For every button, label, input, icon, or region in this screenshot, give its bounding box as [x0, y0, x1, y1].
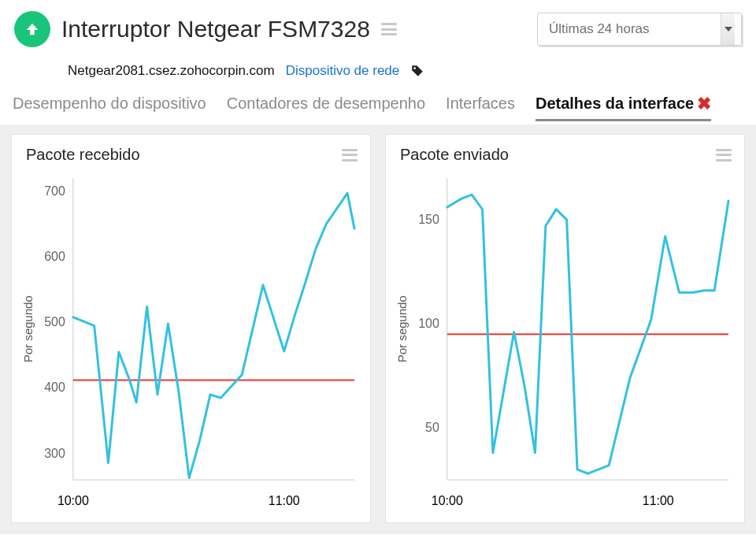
time-range-value: Últimas 24 horas [549, 21, 650, 37]
svg-text:Por segundo: Por segundo [395, 295, 409, 362]
svg-text:Por segundo: Por segundo [21, 295, 35, 362]
panel-packets-received: Pacote recebido 300400500600700Por segun… [11, 134, 371, 523]
tag-icon[interactable] [410, 64, 424, 78]
host-name: Netgear2081.csez.zohocorpin.com [68, 63, 275, 79]
tab-interfaces[interactable]: Interfaces [446, 95, 515, 121]
svg-point-0 [414, 67, 417, 69]
chart-sent: 50100150Por segundo10:0011:00 [386, 169, 744, 524]
panel-title-received: Pacote recebido [26, 146, 140, 164]
panel-title-sent: Pacote enviado [400, 146, 509, 164]
panel-packets-sent: Pacote enviado 50100150Por segundo10:001… [385, 134, 745, 523]
tab-bar: Desempenho do dispositivo Contadores de … [0, 79, 756, 121]
time-range-select[interactable]: Últimas 24 horas [537, 13, 742, 46]
svg-text:10:00: 10:00 [57, 494, 89, 507]
tab-interface-details-label: Detalhes da interface [536, 95, 694, 113]
title-menu-icon[interactable] [381, 23, 397, 35]
svg-text:150: 150 [418, 213, 439, 226]
status-up-icon [14, 11, 50, 47]
svg-text:50: 50 [425, 421, 439, 434]
tab-interface-details[interactable]: Detalhes da interface ✖ [536, 95, 711, 121]
close-tab-icon[interactable]: ✖ [697, 95, 711, 113]
svg-text:300: 300 [44, 447, 65, 460]
page-title: Interruptor Netgear FSM7328 [61, 16, 370, 43]
panel-sent-menu-icon[interactable] [716, 149, 732, 162]
panel-received-menu-icon[interactable] [342, 149, 358, 162]
svg-text:700: 700 [44, 184, 65, 198]
svg-text:100: 100 [418, 317, 439, 330]
svg-text:11:00: 11:00 [643, 494, 674, 507]
device-type-link[interactable]: Dispositivo de rede [286, 63, 400, 79]
svg-text:400: 400 [44, 381, 65, 394]
svg-text:600: 600 [44, 250, 65, 263]
tab-perf-counters[interactable]: Contadores de desempenho [227, 95, 425, 121]
svg-text:11:00: 11:00 [269, 494, 300, 507]
chart-received: 300400500600700Por segundo10:0011:00 [12, 169, 370, 524]
tab-device-performance[interactable]: Desempenho do dispositivo [13, 95, 206, 121]
chevron-down-icon [721, 13, 735, 45]
svg-text:10:00: 10:00 [432, 494, 463, 507]
svg-text:500: 500 [44, 315, 65, 329]
